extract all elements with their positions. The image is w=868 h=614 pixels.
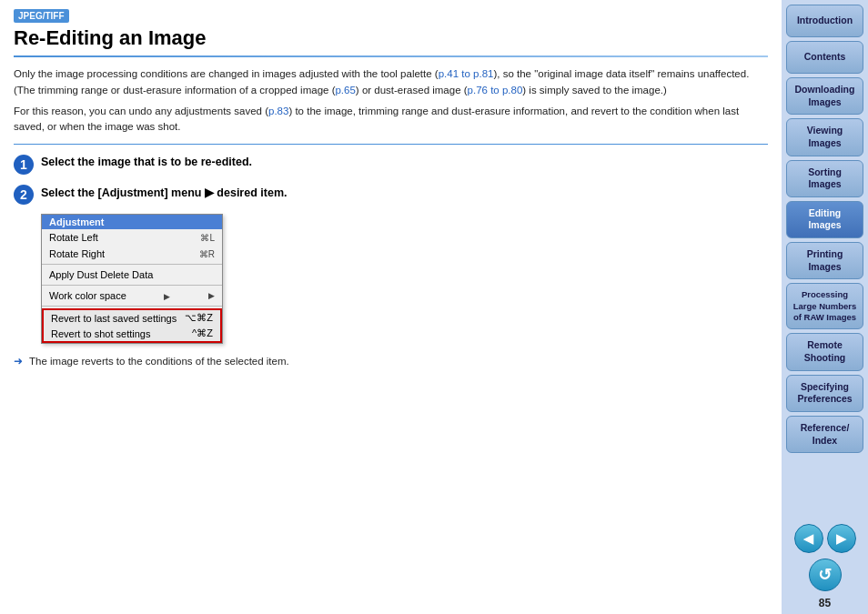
sidebar-item-introduction[interactable]: Introduction — [786, 5, 863, 37]
menu-separator-2 — [42, 285, 222, 286]
menu-item-rotate-left-shortcut: ⌘L — [200, 233, 215, 243]
sidebar-item-editing-images[interactable]: EditingImages — [786, 201, 863, 238]
step-2: 2 Select the [Adjustment] menu ▶ desired… — [14, 184, 768, 205]
sidebar-item-printing-images[interactable]: PrintingImages — [786, 242, 863, 279]
menu-item-apply-dust[interactable]: Apply Dust Delete Data — [42, 267, 222, 283]
link-p41[interactable]: p.41 to p.81 — [439, 68, 494, 79]
menu-separator-1 — [42, 264, 222, 265]
link-p83[interactable]: p.83 — [268, 106, 288, 116]
menu-separator-3 — [42, 306, 222, 307]
menu-item-work-color-arrow — [164, 290, 170, 301]
arrow-bullet: ➜ — [14, 356, 23, 367]
menu-item-rotate-right[interactable]: Rotate Right ⌘R — [42, 246, 222, 262]
link-p65[interactable]: p.65 — [335, 85, 355, 96]
sidebar-item-reference-index[interactable]: Reference/Index — [786, 416, 863, 453]
sidebar-item-downloading-images[interactable]: DownloadingImages — [786, 77, 863, 115]
link-p76[interactable]: p.76 to p.80 — [468, 85, 523, 96]
context-menu-wrapper: Adjustment Rotate Left ⌘L Rotate Right ⌘… — [41, 214, 768, 344]
menu-item-revert-shot-shortcut: ^⌘Z — [192, 327, 213, 339]
sidebar: Introduction Contents DownloadingImages … — [782, 0, 868, 614]
menu-item-apply-dust-label: Apply Dust Delete Data — [49, 269, 153, 280]
intro-para1: Only the image processing conditions are… — [14, 66, 768, 98]
menu-item-rotate-left[interactable]: Rotate Left ⌘L — [42, 229, 222, 246]
menu-item-rotate-right-shortcut: ⌘R — [199, 249, 215, 259]
sidebar-item-specifying-preferences[interactable]: SpecifyingPreferences — [786, 375, 863, 412]
title-underline — [14, 55, 768, 57]
menu-item-rotate-right-label: Rotate Right — [49, 248, 105, 259]
step-2-text: Select the [Adjustment] menu ▶ desired i… — [41, 184, 287, 199]
step-1-number: 1 — [14, 155, 34, 175]
menu-item-revert-last-label: Revert to last saved settings — [51, 313, 177, 324]
menu-revert-group: Revert to last saved settings ⌥⌘Z Revert… — [42, 308, 222, 343]
menu-item-revert-last-shortcut: ⌥⌘Z — [185, 312, 213, 324]
step-1: 1 Select the image that is to be re-edit… — [14, 154, 768, 175]
section-divider — [14, 144, 768, 145]
next-button[interactable]: ▶ — [827, 524, 856, 553]
menu-header: Adjustment — [42, 215, 222, 229]
page-number: 85 — [819, 597, 831, 609]
menu-item-rotate-left-label: Rotate Left — [49, 232, 98, 243]
nav-controls: ◀ ▶ — [794, 524, 856, 553]
step-2-number: 2 — [14, 185, 34, 205]
menu-item-work-color-label: Work color space — [49, 290, 126, 301]
step-1-text: Select the image that is to be re-edited… — [41, 154, 252, 168]
context-menu: Adjustment Rotate Left ⌘L Rotate Right ⌘… — [41, 214, 223, 344]
menu-item-revert-last[interactable]: Revert to last saved settings ⌥⌘Z — [44, 310, 220, 326]
prev-button[interactable]: ◀ — [794, 524, 823, 553]
menu-item-revert-shot-label: Revert to shot settings — [51, 328, 150, 339]
home-button[interactable]: ↺ — [809, 559, 842, 591]
sidebar-item-sorting-images[interactable]: SortingImages — [786, 160, 863, 197]
menu-item-work-color[interactable]: Work color space — [42, 287, 222, 304]
sidebar-item-processing-raw[interactable]: ProcessingLarge Numbersof RAW Images — [786, 283, 863, 329]
intro-para2: For this reason, you can undo any adjust… — [14, 104, 768, 136]
menu-item-revert-shot[interactable]: Revert to shot settings ^⌘Z — [44, 326, 220, 341]
page-title: Re-Editing an Image — [14, 26, 768, 50]
sidebar-item-viewing-images[interactable]: ViewingImages — [786, 118, 863, 156]
badge: JPEG/TIFF — [14, 9, 768, 26]
sidebar-item-remote-shooting[interactable]: RemoteShooting — [786, 333, 863, 370]
main-content: JPEG/TIFF Re-Editing an Image Only the i… — [0, 0, 782, 614]
sidebar-item-contents[interactable]: Contents — [786, 41, 863, 74]
result-text: ➜ The image reverts to the conditions of… — [14, 355, 768, 367]
